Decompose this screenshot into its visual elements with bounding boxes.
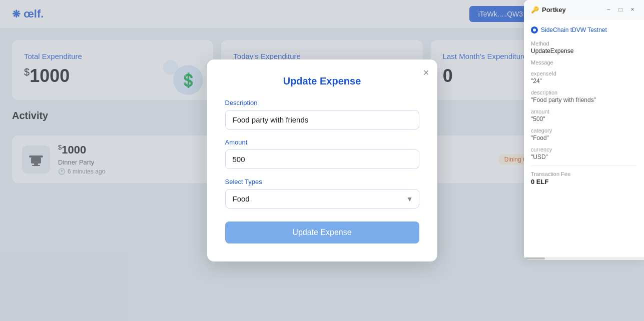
portkey-category-field: category "Food" [531,128,637,142]
description-label: Description [225,99,419,106]
svg-point-4 [533,28,536,32]
portkey-minimize-button[interactable]: − [604,5,613,14]
portkey-expenseid-value: "24" [531,78,637,84]
portkey-body: SideChain tDVW Testnet Method UpdateExpe… [524,20,644,257]
portkey-amount-field: amount "500" [531,108,637,122]
portkey-header: 🔑 Portkey − □ × [524,0,644,20]
update-expense-modal: Update Expense × Description Amount Sele… [207,60,437,262]
portkey-method-label: Method [531,40,637,46]
portkey-currency-label: currency [531,146,637,152]
amount-input[interactable] [225,150,419,169]
modal-title: Update Expense [225,76,419,87]
portkey-icon: 🔑 [531,6,539,14]
portkey-expenseid-field: expenseId "24" [531,70,637,84]
portkey-amount-label: amount [531,108,637,114]
portkey-currency-value: "USD" [531,154,637,160]
portkey-category-value: "Food" [531,134,637,142]
portkey-scrollbar[interactable] [524,257,644,260]
amount-group: Amount [225,138,419,169]
select-types-group: Select Types Food Transport Entertainmen… [225,178,419,208]
portkey-amount-value: "500" [531,116,637,122]
portkey-message-section: Message [531,60,637,66]
portkey-fee-value: 0 ELF [531,178,637,186]
portkey-message-label: Message [531,60,637,66]
network-name: SideChain tDVW Testnet [541,26,607,34]
portkey-description-label: description [531,90,637,96]
portkey-divider [531,166,637,166]
portkey-close-button[interactable]: × [628,5,637,14]
modal-close-button[interactable]: × [423,68,429,78]
portkey-description-field: description "Food party with friends" [531,90,637,104]
description-input[interactable] [225,110,419,130]
portkey-panel: 🔑 Portkey − □ × SideChain tDVW Testnet M… [524,0,644,260]
select-types-label: Select Types [225,178,419,186]
portkey-controls: − □ × [604,5,637,14]
category-select[interactable]: Food Transport Entertainment Dining Out … [225,189,419,208]
portkey-fee-label: Transaction Fee [531,171,637,177]
portkey-restore-button[interactable]: □ [616,5,625,14]
portkey-expenseid-label: expenseId [531,70,637,76]
portkey-method-field: Method UpdateExpense [531,40,637,54]
portkey-title: 🔑 Portkey [531,6,566,14]
portkey-category-label: category [531,128,637,134]
portkey-scrollbar-thumb [525,258,545,260]
description-group: Description [225,99,419,130]
amount-label: Amount [225,138,419,146]
select-wrapper: Food Transport Entertainment Dining Out … [225,189,419,208]
portkey-method-value: UpdateExpense [531,48,637,54]
portkey-network: SideChain tDVW Testnet [531,26,637,34]
update-expense-button[interactable]: Update Expense [225,222,419,244]
portkey-currency-field: currency "USD" [531,146,637,160]
network-dot-icon [531,26,538,34]
portkey-description-value: "Food party with friends" [531,96,637,104]
